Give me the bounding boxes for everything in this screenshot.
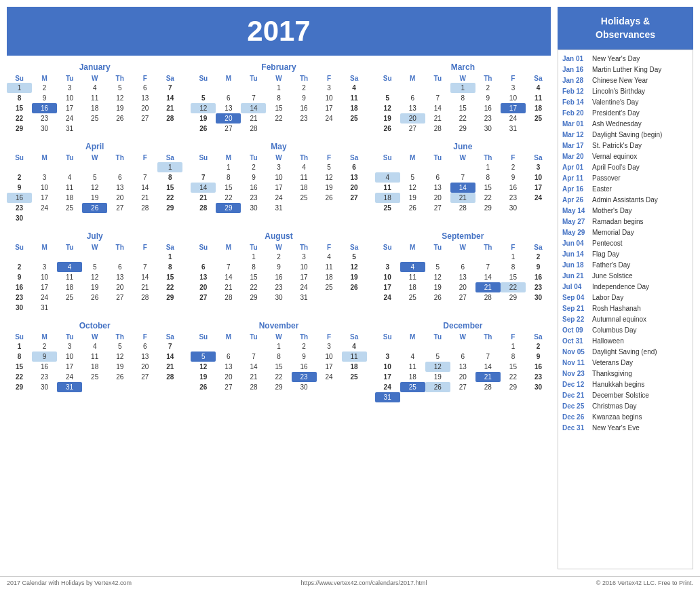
calendar-day xyxy=(450,392,475,402)
holiday-item: May 27Ramadan begins xyxy=(562,216,688,227)
holiday-date: Jun 04 xyxy=(562,239,589,248)
calendar-day xyxy=(57,162,82,172)
holiday-item: Oct 31Halloween xyxy=(562,335,688,346)
calendar-day: 30 xyxy=(32,382,57,392)
calendar-day: 22 xyxy=(157,193,182,203)
calendar-day: 29 xyxy=(157,292,182,303)
holiday-name: Labor Day xyxy=(592,293,623,302)
calendar-day: 19 xyxy=(375,113,400,124)
calendar-day: 2 xyxy=(241,162,266,172)
calendar-day: 11 xyxy=(342,352,367,362)
day-header: F xyxy=(132,153,157,162)
calendar-day xyxy=(317,203,342,213)
calendar-day: 6 xyxy=(425,172,450,183)
calendar-day: 10 xyxy=(32,272,57,282)
calendar-day: 21 xyxy=(450,193,475,203)
calendar-day: 5 xyxy=(107,83,132,93)
calendar-day: 6 xyxy=(216,93,241,103)
calendar-day: 28 xyxy=(450,203,475,213)
day-header: W xyxy=(450,153,475,162)
day-header: F xyxy=(501,332,526,341)
calendar-day: 29 xyxy=(157,203,182,213)
calendar-day: 29 xyxy=(475,203,501,213)
calendar-day: 1 xyxy=(241,252,266,262)
calendar-day: 14 xyxy=(475,272,501,282)
calendar-day: 2 xyxy=(266,252,291,262)
calendar-day: 27 xyxy=(342,193,367,203)
calendar-day: 6 xyxy=(450,262,475,272)
calendar-day: 3 xyxy=(526,162,551,172)
calendar-day xyxy=(526,392,551,402)
calendar-day: 7 xyxy=(241,352,266,362)
calendar-day: 4 xyxy=(292,162,317,172)
calendar-day: 3 xyxy=(32,172,57,183)
holiday-date: Mar 01 xyxy=(562,119,589,128)
calendar-day: 18 xyxy=(82,362,107,372)
year-header: 2017 xyxy=(7,7,551,56)
holiday-date: Jan 28 xyxy=(562,76,589,85)
calendar-day: 23 xyxy=(32,372,57,382)
holiday-item: Nov 11Veterans Day xyxy=(562,357,688,368)
day-header: Tu xyxy=(57,332,82,341)
calendar-day: 3 xyxy=(292,252,317,262)
holiday-date: Dec 21 xyxy=(562,391,589,400)
calendar-day: 5 xyxy=(375,93,400,103)
calendar-day: 26 xyxy=(191,124,216,134)
calendar-day: 13 xyxy=(191,272,216,282)
calendar-day: 28 xyxy=(132,203,157,213)
calendar-day: 18 xyxy=(57,193,82,203)
calendar-day: 10 xyxy=(57,93,82,103)
calendar-day: 27 xyxy=(132,113,157,124)
calendar-day: 29 xyxy=(7,124,32,134)
calendar-day: 15 xyxy=(241,272,266,282)
calendar-day: 16 xyxy=(32,362,57,372)
calendar-day xyxy=(7,252,32,262)
holiday-item: Dec 31New Year's Eve xyxy=(562,422,688,433)
calendar-day: 1 xyxy=(157,162,182,172)
calendar-day: 21 xyxy=(157,362,182,372)
calendar-day: 26 xyxy=(375,124,400,134)
calendar-day xyxy=(425,392,450,402)
day-header: M xyxy=(216,74,241,83)
calendar-day xyxy=(191,252,216,262)
calendar-day: 24 xyxy=(317,113,342,124)
calendar-day: 12 xyxy=(375,103,400,113)
calendar-day: 4 xyxy=(57,262,82,272)
month-block: SeptemberSuMTuWThFSa12345678910111213141… xyxy=(375,231,551,313)
calendar-day: 20 xyxy=(216,113,241,124)
day-header: Tu xyxy=(241,332,266,341)
calendar-day: 2 xyxy=(526,341,551,352)
calendar-day xyxy=(450,341,475,352)
calendar-day: 19 xyxy=(425,372,450,382)
calendar-day: 5 xyxy=(191,352,216,362)
holiday-date: Jun 14 xyxy=(562,250,589,259)
holiday-date: Dec 31 xyxy=(562,423,589,432)
calendar-day xyxy=(107,252,132,262)
calendar-day xyxy=(400,392,425,402)
calendar-day: 2 xyxy=(32,341,57,352)
calendar-day: 1 xyxy=(501,252,526,262)
calendar-day xyxy=(241,341,266,352)
day-header: Su xyxy=(7,74,32,83)
calendar-day: 9 xyxy=(501,172,526,183)
calendar-day: 4 xyxy=(375,172,400,183)
calendar-day: 26 xyxy=(107,113,132,124)
calendar-day: 2 xyxy=(32,83,57,93)
day-header: Th xyxy=(475,332,501,341)
calendar-day xyxy=(400,162,425,172)
calendar-day xyxy=(132,213,157,223)
holiday-date: Oct 09 xyxy=(562,326,589,335)
calendar-day: 17 xyxy=(292,272,317,282)
calendar-day: 22 xyxy=(475,193,501,203)
calendar-day: 18 xyxy=(342,103,367,113)
holiday-item: Dec 26Kwanzaa begins xyxy=(562,411,688,422)
day-header: Sa xyxy=(157,332,182,341)
day-header: Tu xyxy=(425,243,450,252)
calendar-day: 14 xyxy=(241,103,266,113)
calendar-day: 24 xyxy=(32,203,57,213)
calendar-day: 10 xyxy=(57,352,82,362)
holiday-name: Mother's Day xyxy=(592,206,632,215)
holiday-date: Dec 12 xyxy=(562,380,589,389)
day-header: F xyxy=(501,243,526,252)
calendar-day: 13 xyxy=(450,362,475,372)
